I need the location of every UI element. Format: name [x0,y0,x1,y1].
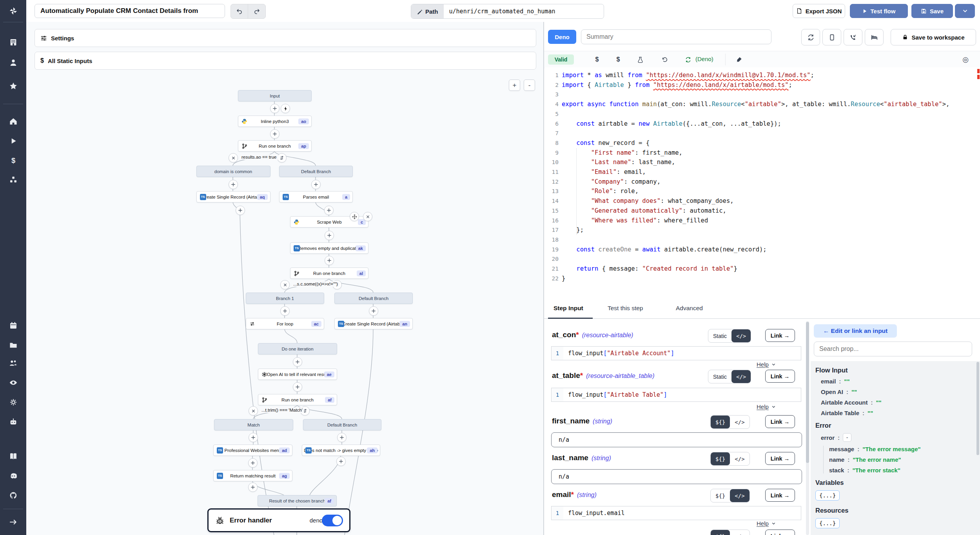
summary-input[interactable] [581,29,771,44]
code-editor[interactable]: 1import * as wmill from "https://deno.la… [544,67,980,300]
help-link-at_con[interactable]: Help [757,361,776,368]
dollar-resources-icon[interactable]: $ [612,54,624,65]
value-input-first_name[interactable] [551,432,802,447]
toggle-template-code-partial[interactable]: ${}</> [710,530,750,535]
insert-step-button[interactable] [336,457,346,466]
export-json-button[interactable]: Export JSON [793,4,845,18]
flow-node-openai-relevant[interactable]: Open AI to tell if relevant resultae [258,369,337,380]
link-button-first_name[interactable]: Link → [765,415,795,428]
error-handler-toggle[interactable] [322,515,343,526]
insert-step-button[interactable] [270,129,279,139]
insert-step-button[interactable] [236,206,245,215]
webhook-button[interactable] [844,29,862,45]
tab-test-this-step[interactable]: Test this step [608,305,643,312]
flow-node-result-branch[interactable]: Result of the chosen branchaf [258,495,337,506]
flow-node-branch-default-1[interactable]: Default Branch [279,166,353,177]
remove-branch-icon[interactable] [229,153,238,163]
insert-step-button[interactable] [248,483,258,492]
prop-row[interactable]: email:"" [821,378,980,385]
sidebar-item-gear[interactable] [0,394,26,410]
tab-advanced[interactable]: Advanced [676,305,703,312]
link-button-partial[interactable]: Link → [765,530,795,535]
link-button-at_table[interactable]: Link → [765,370,795,383]
toggle-static-code-at_table[interactable]: Static</> [708,370,751,383]
sidebar-item-dollar[interactable]: $ [0,153,26,168]
sleep-button[interactable] [865,29,884,45]
prop-row[interactable]: Airtable Account:"" [821,399,980,406]
sidebar-item-star[interactable] [0,78,26,94]
flow-node-match[interactable]: Match [214,419,293,430]
prop-row[interactable]: name:"The error name" [829,456,980,463]
redo-button[interactable] [248,4,266,19]
collapse-error-button[interactable]: - [843,433,851,442]
prop-row[interactable]: message:"The error message" [829,446,980,452]
insert-step-button[interactable] [280,306,290,316]
flow-canvas[interactable]: Settings $ All Static Inputs + - InputIn… [26,22,544,535]
canvas-zoom-out-button[interactable]: - [524,80,535,91]
sidebar-item-home[interactable] [0,114,26,129]
sidebar-item-github[interactable] [0,488,26,503]
code-input-at_con[interactable]: 1flow_input["Airtable Account"] [551,346,801,360]
close-node-icon[interactable] [363,212,372,221]
code-input-at_table[interactable]: 1flow_input["Airtable Table"] [551,388,801,402]
form-scrollbar[interactable] [806,321,809,535]
sidebar-item-users-gear[interactable] [0,355,26,371]
flow-title-input[interactable] [34,4,225,18]
insert-step-button[interactable] [248,458,258,468]
flow-node-no-match[interactable]: TSDoes not match -> gives empty valueah [302,445,380,456]
prop-scrollbar[interactable] [976,362,979,455]
path-value[interactable]: u/henri/crm_automated_no_human [444,4,604,18]
help-link-at_table[interactable]: Help [757,403,776,410]
sidebar-item-building[interactable] [0,34,26,50]
flow-node-create-record-2[interactable]: TSCreate Single Record (Airtable)an [334,318,413,329]
sidebar-item-windmill-logo[interactable] [0,3,26,19]
insert-step-button[interactable] [324,206,334,215]
resources-expand-button[interactable]: {...} [815,518,840,528]
insert-step-button[interactable] [311,180,321,189]
sidebar-item-robot[interactable] [0,414,26,430]
static-inputs-bar[interactable]: $ All Static Inputs [34,52,536,70]
sidebar-item-cubes[interactable] [0,172,26,188]
reload-icon[interactable] [682,54,694,65]
prop-tree[interactable]: Flow Input email:""Open AI:""Airtable Ac… [811,361,980,535]
diff-view-icon[interactable]: ◎ [960,54,971,65]
link-button-email[interactable]: Link → [765,489,795,502]
link-button-at_con[interactable]: Link → [765,329,795,342]
insert-step-button[interactable] [270,104,279,113]
insert-step-button[interactable] [229,180,238,189]
code-input-email[interactable]: 1flow_input.email [551,506,801,520]
path-field[interactable]: Path u/henri/crm_automated_no_human [411,4,604,19]
value-input-last_name[interactable] [551,469,802,484]
flow-node-run-branch-1[interactable]: Run one branchap [238,140,312,152]
language-badge[interactable]: Deno [548,30,576,44]
variables-expand-button[interactable]: {...} [815,490,840,501]
flow-node-do-one-iteration[interactable]: Do one iteration [258,343,337,354]
flow-node-run-branch-3[interactable]: Run one branchaf [258,394,337,405]
insert-step-button[interactable] [337,433,347,442]
flow-node-kill-mentions[interactable]: TSKill Professional Websites mentionsad [213,445,292,456]
flow-node-branch-domain[interactable]: domain is common [196,166,270,177]
insert-step-button[interactable] [325,256,334,265]
mobile-view-button[interactable] [822,29,841,45]
flow-node-run-branch-2[interactable]: Run one branchal [290,268,368,279]
prop-row[interactable]: Airtable Table:"" [821,410,980,416]
undo-button[interactable] [230,4,249,19]
sidebar-item-folder[interactable] [0,337,26,353]
flow-settings-bar[interactable]: Settings [34,29,536,47]
toggle-template-code-first_name[interactable]: ${}</> [710,415,750,429]
help-link-email[interactable]: Help [757,520,776,527]
sidebar-item-discord[interactable] [0,468,26,484]
beaker-icon[interactable] [634,54,646,65]
flow-node-branch-default-2[interactable]: Default Branch [334,293,413,304]
insert-step-button[interactable] [293,357,302,367]
flow-node-input[interactable]: Input [238,90,312,101]
flow-node-removes-empty[interactable]: TSRemoves empty and duplicatesak [290,242,368,254]
toggle-template-code-last_name[interactable]: ${}</> [710,452,750,466]
insert-step-button[interactable] [325,231,334,240]
flow-node-branch-1[interactable]: Branch 1 [246,293,324,304]
flow-node-create-record-1[interactable]: TSCreate Single Record (Airtable)aq [196,191,270,202]
flow-node-parses-email[interactable]: TSParses emaila [279,191,353,202]
search-prop-input[interactable] [814,342,972,356]
dollar-vars-icon[interactable]: $ [591,54,603,65]
toggle-static-code-at_con[interactable]: Static</> [708,329,751,343]
